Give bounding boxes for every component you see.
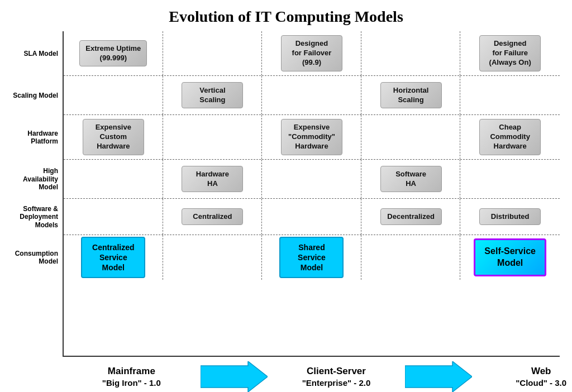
hardware-col2: [163, 115, 263, 159]
label-scaling: Scaling Model: [12, 76, 63, 115]
consumption-shared: SharedServiceModel: [279, 237, 344, 279]
consumption-col3: SharedServiceModel: [262, 235, 361, 280]
row-labels: SLA Model Scaling Model Hardware Platfor…: [12, 31, 63, 357]
sla-col4: [361, 31, 461, 75]
hardware-col3: Expensive"Commodity"Hardware: [262, 115, 361, 159]
arrow-1: [201, 361, 268, 392]
scaling-col4: HorizontalScaling: [361, 76, 461, 114]
ha-col1: [64, 160, 163, 198]
scaling-horizontal: HorizontalScaling: [380, 82, 442, 109]
label-consumption: Consumption Model: [12, 235, 63, 280]
ha-col4: SoftwareHA: [361, 160, 461, 198]
sla-col2: [163, 31, 263, 75]
grid-area: SLA Model Scaling Model Hardware Platfor…: [12, 31, 560, 357]
hardware-expensive-commodity: Expensive"Commodity"Hardware: [281, 119, 342, 155]
svg-marker-0: [201, 361, 268, 392]
arrow-2: [405, 361, 472, 392]
era-web: Web "Cloud" - 3.0: [472, 365, 572, 389]
row-sla: Extreme Uptime(99.999) Designedfor Failo…: [64, 31, 560, 76]
row-software: Centralized Decentralized Distributed: [64, 199, 560, 235]
consumption-self-service: Self-ServiceModel: [474, 238, 546, 276]
era-client-server-name: Client-Server: [307, 365, 366, 377]
hardware-col4: [361, 115, 461, 159]
era-web-name: Web: [531, 365, 551, 377]
software-decentralized: Decentralized: [380, 208, 442, 226]
row-ha: HardwareHA SoftwareHA: [64, 160, 560, 199]
ha-col2: HardwareHA: [163, 160, 263, 198]
label-sla: SLA Model: [12, 31, 63, 76]
hardware-col5: CheapCommodityHardware: [460, 115, 560, 159]
sla-extreme-uptime: Extreme Uptime(99.999): [79, 40, 147, 67]
content-grid: Extreme Uptime(99.999) Designedfor Failo…: [63, 31, 560, 357]
software-col4: Decentralized: [361, 199, 461, 235]
consumption-col1: CentralizedServiceModel: [64, 235, 163, 280]
era-mainframe-sub: "Big Iron" - 1.0: [102, 377, 161, 389]
software-col5: Distributed: [460, 199, 560, 235]
sla-designed-failure: Designedfor Failure(Always On): [479, 35, 541, 71]
bottom-section: Mainframe "Big Iron" - 1.0 Client-Server…: [63, 361, 572, 392]
software-col3: [262, 199, 361, 235]
hardware-cheap-commodity: CheapCommodityHardware: [479, 119, 541, 155]
era-client-server-sub: "Enterprise" - 2.0: [302, 377, 371, 389]
sla-col5: Designedfor Failure(Always On): [460, 31, 560, 75]
software-centralized: Centralized: [182, 208, 243, 226]
label-ha: High Availability Model: [12, 160, 63, 199]
sla-designed-failover: Designedfor Failover(99.9): [281, 35, 342, 71]
scaling-vertical: VerticalScaling: [182, 82, 243, 109]
scaling-col1: [64, 76, 163, 114]
svg-marker-1: [405, 361, 472, 392]
ha-col5: [460, 160, 560, 198]
era-client-server: Client-Server "Enterprise" - 2.0: [268, 365, 406, 389]
scaling-col5: [460, 76, 560, 114]
consumption-col2: [163, 235, 263, 280]
software-col2: Centralized: [163, 199, 263, 235]
scaling-col2: VerticalScaling: [163, 76, 263, 114]
software-col1: [64, 199, 163, 235]
era-mainframe: Mainframe "Big Iron" - 1.0: [63, 365, 201, 389]
sla-col3: Designedfor Failover(99.9): [262, 31, 361, 75]
hardware-col1: ExpensiveCustomHardware: [64, 115, 163, 159]
row-hardware: ExpensiveCustomHardware Expensive"Commod…: [64, 115, 560, 160]
consumption-centralized: CentralizedServiceModel: [81, 237, 145, 279]
row-consumption: CentralizedServiceModel SharedServiceMod…: [64, 235, 560, 280]
ha-hardware: HardwareHA: [182, 166, 243, 193]
ha-software: SoftwareHA: [380, 166, 442, 193]
label-software: Software & Deployment Models: [12, 199, 63, 235]
scaling-col3: [262, 76, 361, 114]
sla-col1: Extreme Uptime(99.999): [64, 31, 163, 75]
consumption-col4: [361, 235, 461, 280]
label-hardware: Hardware Platform: [12, 115, 63, 160]
consumption-col5: Self-ServiceModel: [460, 235, 560, 280]
row-scaling: VerticalScaling HorizontalScaling: [64, 76, 560, 115]
main-container: SLA Model Scaling Model Hardware Platfor…: [12, 31, 560, 392]
hardware-expensive-custom: ExpensiveCustomHardware: [83, 119, 144, 155]
era-web-sub: "Cloud" - 3.0: [516, 377, 566, 389]
page-title: Evolution of IT Computing Models: [169, 8, 403, 26]
software-distributed: Distributed: [479, 208, 541, 226]
ha-col3: [262, 160, 361, 198]
era-mainframe-name: Mainframe: [108, 365, 155, 377]
